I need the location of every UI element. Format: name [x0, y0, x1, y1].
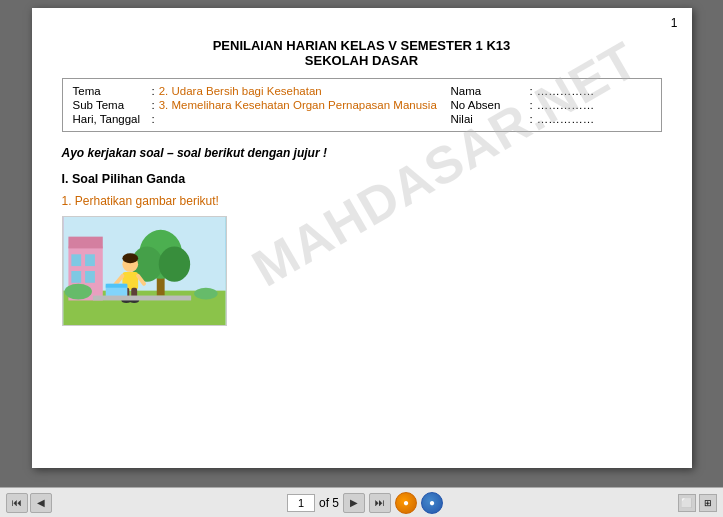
tema-label: Tema	[73, 85, 148, 97]
subtema-value: 3. Memelihara Kesehatan Organ Pernapasan…	[159, 99, 437, 111]
svg-rect-7	[68, 237, 102, 249]
nama-line: Nama : ……………	[451, 85, 651, 97]
noabsen-label: No Absen	[451, 99, 526, 111]
info-left: Tema : 2. Udara Bersih bagi Kesehatan Su…	[73, 85, 437, 125]
toolbar-left: ⏮ ◀	[6, 493, 52, 513]
watermark: MAHDASAR.NET	[244, 33, 646, 295]
svg-rect-6	[85, 271, 95, 283]
svg-rect-4	[85, 254, 95, 266]
noabsen-dots: ……………	[537, 99, 595, 111]
nama-colon: :	[530, 85, 533, 97]
hari-colon: :	[152, 113, 155, 125]
page-number: 1	[671, 16, 678, 30]
svg-rect-25	[92, 296, 190, 301]
next-page-button[interactable]: ▶	[343, 493, 365, 513]
nilai-colon: :	[530, 113, 533, 125]
last-page-button[interactable]: ⏭	[369, 493, 391, 513]
title-line1: PENILAIAN HARIAN KELAS V SEMESTER 1 K13	[62, 38, 662, 53]
nilai-dots: ……………	[537, 113, 595, 125]
svg-rect-20	[105, 284, 127, 288]
of-label: of 5	[319, 496, 339, 510]
subtema-colon: :	[152, 99, 155, 111]
question1-text: 1. Perhatikan gambar berikut!	[62, 194, 662, 208]
svg-point-24	[194, 288, 218, 300]
instruction-text: Ayo kerjakan soal – soal berikut dengan …	[62, 146, 662, 160]
toolbar-right: ⬜ ⊞	[678, 494, 717, 512]
document-area: 1 PENILAIAN HARIAN KELAS V SEMESTER 1 K1…	[0, 0, 723, 487]
nilai-line: Nilai : ……………	[451, 113, 651, 125]
nama-dots: ……………	[537, 85, 595, 97]
svg-point-11	[158, 246, 189, 281]
info-box: Tema : 2. Udara Bersih bagi Kesehatan Su…	[62, 78, 662, 132]
toolbar: ⏮ ◀ of 5 ▶ ⏭ ● ● ⬜ ⊞	[0, 487, 723, 517]
svg-point-23	[64, 284, 91, 300]
info-right: Nama : …………… No Absen : …………… Nilai : ………	[451, 85, 651, 125]
hari-label: Hari, Tanggal	[73, 113, 148, 125]
tema-line: Tema : 2. Udara Bersih bagi Kesehatan	[73, 85, 437, 97]
noabsen-colon: :	[530, 99, 533, 111]
window-expand-button[interactable]: ⊞	[699, 494, 717, 512]
nama-label: Nama	[451, 85, 526, 97]
page: 1 PENILAIAN HARIAN KELAS V SEMESTER 1 K1…	[32, 8, 692, 468]
hari-line: Hari, Tanggal :	[73, 113, 437, 125]
section1-title: I. Soal Pilihan Ganda	[62, 172, 662, 186]
nav-circle-blue[interactable]: ●	[421, 492, 443, 514]
subtema-line: Sub Tema : 3. Memelihara Kesehatan Organ…	[73, 99, 437, 111]
nilai-label: Nilai	[451, 113, 526, 125]
window-restore-button[interactable]: ⬜	[678, 494, 696, 512]
nav-circle-orange[interactable]: ●	[395, 492, 417, 514]
toolbar-center: of 5 ▶ ⏭ ● ●	[287, 492, 443, 514]
title-line2: SEKOLAH DASAR	[62, 53, 662, 68]
page-input[interactable]	[287, 494, 315, 512]
noabsen-line: No Absen : ……………	[451, 99, 651, 111]
prev-page-button[interactable]: ◀	[30, 493, 52, 513]
document-title: PENILAIAN HARIAN KELAS V SEMESTER 1 K13 …	[62, 38, 662, 68]
svg-rect-3	[71, 254, 81, 266]
tema-value: 2. Udara Bersih bagi Kesehatan	[159, 85, 322, 97]
first-page-button[interactable]: ⏮	[6, 493, 28, 513]
subtema-label: Sub Tema	[73, 99, 148, 111]
question1-image	[62, 216, 227, 326]
svg-rect-5	[71, 271, 81, 283]
tema-colon: :	[152, 85, 155, 97]
svg-point-13	[122, 253, 138, 263]
